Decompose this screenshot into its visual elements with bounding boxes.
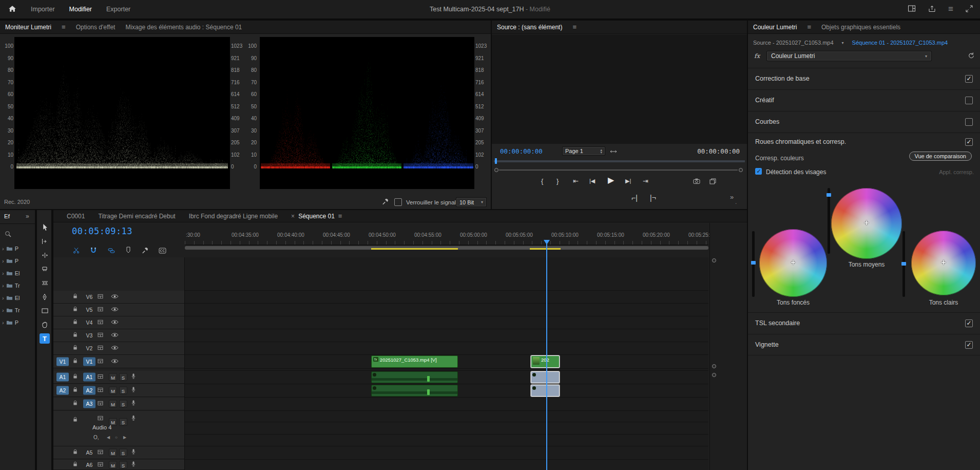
zoom-handle-right[interactable] <box>739 168 743 172</box>
effect-select[interactable]: Couleur Lumetri ▾ <box>766 51 932 61</box>
slider-handle[interactable] <box>827 193 831 197</box>
tab-source-monitor[interactable]: Source : (sans élément) <box>497 24 562 31</box>
next-keyframe-icon[interactable]: ▶ <box>123 435 126 440</box>
record-mic-icon[interactable] <box>131 461 136 468</box>
track-name-audio-4[interactable]: Audio 4 <box>92 424 111 430</box>
midtones-luma-slider[interactable] <box>828 188 830 254</box>
workspace-icon[interactable] <box>908 5 916 13</box>
solo-button[interactable]: S <box>119 387 127 394</box>
go-to-in-icon[interactable]: ⇤ <box>573 178 579 184</box>
track-options-icon[interactable] <box>98 293 103 300</box>
lock-signal-checkbox[interactable] <box>394 198 402 206</box>
midtones-color-wheel[interactable] <box>831 188 902 259</box>
mute-button[interactable]: M <box>109 461 117 468</box>
export-frame-icon[interactable] <box>693 178 700 185</box>
section-roues-chromatiques[interactable]: Roues chromatiques et corresp. <box>748 133 980 151</box>
tab-options-effet[interactable]: Options d'effet <box>76 24 116 31</box>
fit-page-icon[interactable] <box>610 148 617 156</box>
lock-icon[interactable] <box>73 387 78 394</box>
page-select[interactable]: Page 1 ▴▾ <box>562 146 605 156</box>
track-name-a3[interactable]: A3 <box>83 400 95 408</box>
panel-overflow-icon[interactable]: » <box>26 213 29 220</box>
insert-icon[interactable]: ⌐| <box>631 194 638 201</box>
twirl-icon[interactable]: › <box>2 295 4 301</box>
share-icon[interactable] <box>928 5 936 14</box>
section-enable-checkbox[interactable] <box>965 341 973 349</box>
face-detection-checkbox[interactable] <box>755 168 762 175</box>
mute-button[interactable]: M <box>109 400 117 408</box>
highlights-luma-slider[interactable] <box>902 231 905 297</box>
section-correction-de-base[interactable]: Correction de base <box>748 68 980 89</box>
twirl-icon[interactable]: › <box>2 258 4 264</box>
twirl-icon[interactable]: › <box>2 307 4 313</box>
apply-match-button[interactable]: Appl. corresp. <box>939 169 974 175</box>
mark-in-icon[interactable]: { <box>541 178 543 184</box>
twirl-icon[interactable]: › <box>2 319 4 326</box>
solo-button[interactable]: S <box>119 461 127 468</box>
track-options-icon[interactable] <box>98 415 103 422</box>
close-tab-icon[interactable]: × <box>291 213 295 220</box>
playhead-line[interactable] <box>546 241 547 470</box>
source-scrub-bar[interactable] <box>494 160 745 162</box>
section-creatif[interactable]: Créatif <box>748 89 980 111</box>
track-name-a6[interactable]: A6 <box>83 460 95 469</box>
mute-button[interactable]: M <box>109 449 117 457</box>
scroll-handle[interactable] <box>712 373 716 377</box>
toggle-visibility-icon[interactable] <box>111 332 119 339</box>
source-patch-a2[interactable]: A2 <box>56 386 69 395</box>
sequence-clip-link[interactable]: Séquence 01 - 20251027_C1053.mp4 <box>852 40 948 46</box>
bin-item[interactable]: ›P <box>0 255 36 267</box>
track-name-a5[interactable]: A5 <box>83 448 95 457</box>
track-name-v5[interactable]: V5 <box>83 306 95 314</box>
snap-magnet-icon[interactable] <box>90 247 97 255</box>
tab-modifier[interactable]: Modifier <box>69 6 92 13</box>
add-marker-icon[interactable] <box>126 247 131 255</box>
tab-sequence-01[interactable]: Séquence 01 <box>298 213 335 220</box>
track-name-a1[interactable]: A1 <box>83 373 95 382</box>
lock-icon[interactable] <box>73 345 78 352</box>
toggle-visibility-icon[interactable] <box>111 345 119 352</box>
track-name-v4[interactable]: V4 <box>83 318 95 327</box>
twirl-icon[interactable]: › <box>2 270 4 276</box>
slider-handle[interactable] <box>751 261 756 265</box>
video-clip-selected[interactable]: 202 <box>531 355 560 368</box>
toggle-visibility-icon[interactable] <box>111 319 119 326</box>
track-options-icon[interactable] <box>98 373 103 381</box>
scroll-handle[interactable] <box>712 364 716 368</box>
panel-menu-icon[interactable]: ≡ <box>338 212 342 220</box>
mute-button[interactable]: M <box>109 373 117 381</box>
track-options-icon[interactable] <box>98 358 103 365</box>
track-name-a2[interactable]: A2 <box>83 386 95 395</box>
track-options-icon[interactable] <box>98 387 103 394</box>
audio-clip[interactable] <box>371 371 458 383</box>
track-options-icon[interactable] <box>98 449 103 456</box>
bit-depth-select[interactable]: 10 Bit ▾ <box>456 197 487 207</box>
audio-clip[interactable] <box>371 385 458 397</box>
track-name-v2[interactable]: V2 <box>83 344 95 353</box>
captions-icon[interactable] <box>159 248 166 255</box>
lock-icon[interactable] <box>73 358 78 365</box>
prev-keyframe-icon[interactable]: ◀ <box>107 435 110 440</box>
track-select-tool[interactable] <box>37 235 52 248</box>
solo-button[interactable]: S <box>119 449 127 457</box>
lock-icon[interactable] <box>73 332 78 339</box>
toggle-visibility-icon[interactable] <box>111 293 119 300</box>
selection-tool[interactable] <box>37 221 52 234</box>
tab-fond-degrade[interactable]: Ibrc Fond degradré Ligne mobile <box>189 213 278 220</box>
section-enable-checkbox[interactable] <box>965 118 973 126</box>
rectangle-tool[interactable] <box>37 305 52 317</box>
add-keyframe-icon[interactable]: ○ <box>115 435 118 440</box>
clip-keyframe-marker[interactable] <box>427 376 430 382</box>
track-options-icon[interactable] <box>98 332 103 339</box>
record-mic-icon[interactable] <box>131 415 136 423</box>
lock-icon[interactable] <box>73 319 78 326</box>
bin-item[interactable]: ›Tr <box>0 304 36 316</box>
track-name-v6[interactable]: V6 <box>83 293 95 302</box>
video-clip[interactable]: fx 20251027_C1053.mp4 [V] <box>371 355 458 368</box>
shadows-color-wheel[interactable] <box>759 229 827 297</box>
mark-out-icon[interactable]: } <box>556 178 559 184</box>
timeline-settings-wrench-icon[interactable] <box>142 247 148 255</box>
go-to-out-icon[interactable]: ⇥ <box>643 178 648 184</box>
bin-item[interactable]: ›P <box>0 242 36 255</box>
source-timecode-current[interactable]: 00:00:00:00 <box>500 147 543 155</box>
